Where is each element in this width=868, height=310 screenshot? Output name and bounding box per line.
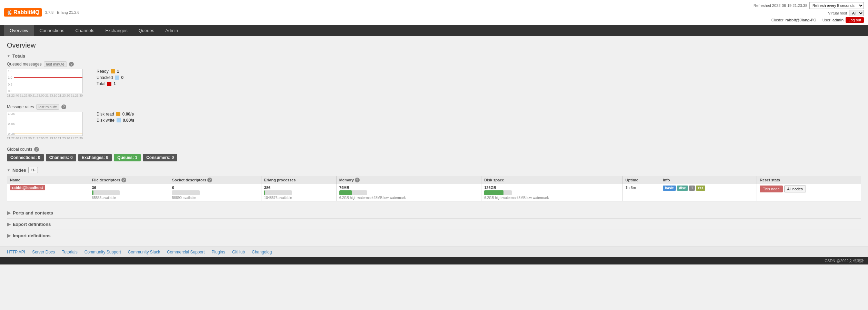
nodes-section: ▼ Nodes +/- Name File descriptors ? Sock…	[7, 167, 861, 201]
nodes-plus-minus-button[interactable]: +/-	[28, 167, 38, 173]
time-2: 21:23:00	[32, 94, 44, 97]
footer: HTTP API Server Docs Tutorials Community…	[0, 247, 868, 257]
socket-descriptors-label: Socket descriptors	[172, 178, 206, 182]
version: 3.7.8	[45, 10, 53, 14]
cluster-label: Cluster	[771, 18, 784, 22]
import-header[interactable]: ▶ Import definitions	[7, 233, 861, 238]
this-node-button[interactable]: This node	[760, 186, 782, 192]
virtual-host-select[interactable]: All	[849, 10, 864, 16]
rtime-5: 21:23:30	[71, 137, 83, 140]
disk-space-bar-inner	[484, 190, 503, 195]
col-erlang-processes: Erlang processes	[261, 176, 336, 184]
global-counts-label: Global counts	[7, 147, 32, 152]
memory-help[interactable]: ?	[355, 178, 360, 182]
socket-descriptors-value: 0	[172, 186, 258, 190]
col-memory: Memory ?	[336, 176, 481, 184]
queued-stats-container: 1.5 1.0 0.5 0.0 21:22:40 21:22:50	[7, 69, 861, 97]
col-name: Name	[7, 176, 89, 184]
footer-community-slack[interactable]: Community Slack	[128, 250, 160, 254]
rtime-3: 21:23:10	[45, 137, 57, 140]
unacked-label: Unacked	[97, 75, 113, 80]
queued-last-minute-badge: last minute	[44, 61, 67, 67]
refresh-select[interactable]: Refresh every 5 seconds Refresh every 10…	[809, 2, 864, 9]
socket-descriptors-help[interactable]: ?	[207, 178, 212, 182]
ports-header[interactable]: ▶ Ports and contexts	[7, 210, 861, 216]
disk-write-legend-item: Disk write 0.00/s	[97, 118, 134, 123]
all-nodes-button[interactable]: All nodes	[784, 186, 806, 192]
ports-label: Ports and contexts	[13, 210, 53, 216]
total-color-box	[107, 82, 111, 86]
nodes-table-header-row: Name File descriptors ? Socket descripto…	[7, 176, 861, 184]
totals-triangle: ▼	[7, 54, 10, 58]
virtual-host-label: Virtual host	[828, 11, 847, 15]
nav-overview[interactable]: Overview	[4, 25, 34, 36]
unacked-color-box	[115, 76, 119, 80]
message-rates-area: Message rates last minute ? 1.0/s 0.5/s …	[7, 104, 861, 140]
socket-descriptors-available: 58890 available	[172, 196, 258, 200]
footer-changelog[interactable]: Changelog	[252, 250, 272, 254]
total-legend-item: Total 1	[97, 81, 123, 86]
badge-1: 1	[689, 186, 695, 191]
footer-tutorials[interactable]: Tutorials	[62, 250, 78, 254]
header-right: Refreshed 2022-06-19 21:23:38 Refresh ev…	[754, 2, 864, 23]
unacked-value: 0	[121, 75, 123, 80]
file-descriptors-help[interactable]: ?	[121, 178, 126, 182]
table-row: rabbit@localhost 36 65536 available	[7, 184, 861, 201]
rates-last-minute-badge: last minute	[36, 104, 59, 110]
rtime-4: 21:23:20	[58, 137, 70, 140]
import-label: Import definitions	[13, 233, 51, 238]
nodes-header[interactable]: ▼ Nodes +/-	[7, 167, 861, 173]
global-counts-badges: Connections: 0 Channels: 0 Exchanges: 9 …	[7, 154, 861, 161]
footer-commercial-support[interactable]: Commercial Support	[167, 250, 204, 254]
rtime-2: 21:23:00	[32, 137, 44, 140]
consumers-value: 0	[172, 155, 174, 160]
reset-stats-cell: This node All nodes	[757, 184, 861, 201]
nav-queues[interactable]: Queues	[133, 25, 160, 36]
rates-legend: Disk read 0.00/s Disk write 0.00/s	[97, 112, 134, 123]
totals-header[interactable]: ▼ Totals	[7, 53, 861, 59]
col-info: Info	[660, 176, 757, 184]
export-expand-icon: ▶	[7, 221, 11, 227]
memory-value: 74MB	[339, 186, 479, 190]
time-1: 21:22:50	[20, 94, 32, 97]
credit-text: CSDN @2022文成架势	[825, 259, 864, 263]
footer-plugins[interactable]: Plugins	[212, 250, 225, 254]
footer-http-api[interactable]: HTTP API	[7, 250, 25, 254]
time-3: 21:23:10	[45, 94, 57, 97]
badge-disc: disc	[677, 186, 688, 191]
footer-community-support[interactable]: Community Support	[84, 250, 121, 254]
memory-label: Memory	[339, 178, 354, 182]
disk-read-value: 0.00/s	[122, 112, 134, 117]
vhost-row: Virtual host All	[828, 10, 864, 16]
global-counts-help-icon[interactable]: ?	[34, 147, 39, 152]
file-descriptors-cell: 36 65536 available	[89, 184, 169, 201]
nav-connections[interactable]: Connections	[34, 25, 70, 36]
totals-title: Totals	[12, 53, 25, 59]
footer-server-docs[interactable]: Server Docs	[32, 250, 55, 254]
memory-bar-outer	[339, 190, 367, 195]
col-disk-space: Disk space	[481, 176, 622, 184]
erlang-processes-bar-inner	[264, 190, 265, 195]
info-badges-container: basic disc 1 rss	[663, 186, 754, 191]
nav-exchanges[interactable]: Exchanges	[100, 25, 133, 36]
queued-messages-area: Queued messages last minute ? 1.5 1.0 0.…	[7, 61, 861, 97]
user-label: User	[822, 18, 830, 22]
erlang-processes-cell: 386 1048576 available	[261, 184, 336, 201]
nav-admin[interactable]: Admin	[160, 25, 183, 36]
memory-bar-inner	[339, 190, 352, 195]
nav-channels[interactable]: Channels	[70, 25, 100, 36]
rates-help-icon[interactable]: ?	[61, 104, 66, 109]
queued-help-icon[interactable]: ?	[69, 62, 74, 67]
rates-stats-container: 1.0/s 0.5/s 0.0/s 21:22:40 21:22:50 21:2…	[7, 112, 861, 140]
erlang-processes-available: 1048576 available	[264, 196, 333, 200]
export-header[interactable]: ▶ Export definitions	[7, 221, 861, 227]
disk-write-value: 0.00/s	[123, 118, 134, 123]
export-section: ▶ Export definitions	[7, 218, 861, 230]
total-value: 1	[113, 81, 116, 86]
footer-github[interactable]: GitHub	[232, 250, 245, 254]
logout-button[interactable]: Log out	[846, 17, 864, 23]
col-reset-stats: Reset stats	[757, 176, 861, 184]
disk-space-progress: 126GB 6.2GB high watermark8MB low waterm…	[484, 186, 619, 200]
memory-cell: 74MB 6.2GB high watermark48MB low waterm…	[336, 184, 481, 201]
exchanges-value: 9	[106, 155, 108, 160]
